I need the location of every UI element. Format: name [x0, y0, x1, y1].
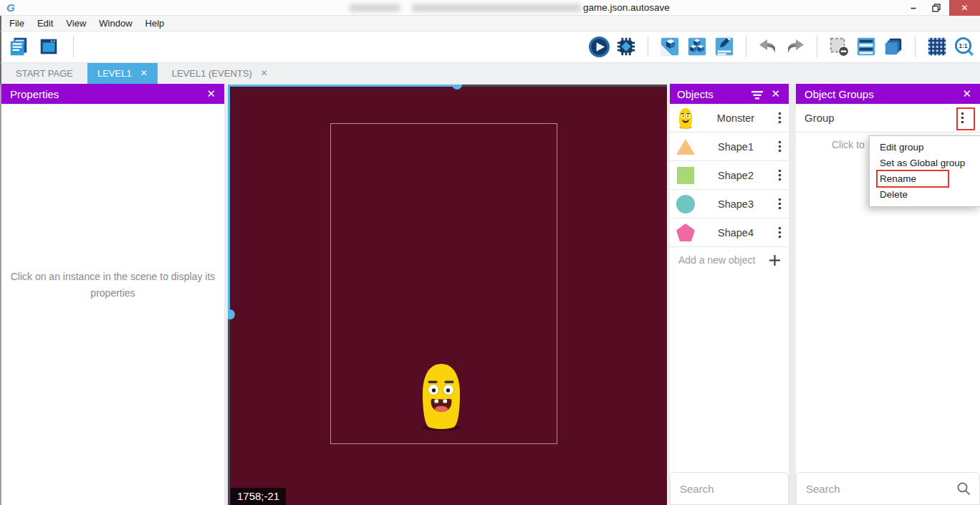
redo-button[interactable] — [784, 35, 807, 58]
tabbar: START PAGE LEVEL1 ✕ LEVEL1 (EVENTS) ✕ — [0, 63, 980, 84]
objects-panel-title: Objects — [677, 88, 714, 100]
groups-search-box — [796, 472, 980, 505]
object-name: Shape2 — [701, 170, 770, 181]
tab-close-icon[interactable]: ✕ — [140, 63, 148, 84]
menu-item-rename[interactable]: Rename — [870, 171, 980, 187]
window-resize-handle-top[interactable] — [452, 85, 462, 90]
object-row-shape3[interactable]: Shape3 — [670, 190, 789, 218]
blurred-title-segment — [350, 4, 400, 11]
zoom-original-button[interactable]: 1:1 — [953, 35, 976, 58]
debug-button[interactable] — [615, 35, 638, 58]
tab-level1[interactable]: LEVEL1 ✕ — [87, 63, 158, 84]
add-objects-button[interactable] — [686, 35, 708, 58]
plus-icon — [769, 255, 780, 266]
object-menu-kebab-icon[interactable] — [770, 112, 789, 124]
object-groups-panel: Object Groups ✕ Group Click to Edit grou… — [796, 84, 980, 505]
tab-label: LEVEL1 (EVENTS) — [172, 63, 252, 84]
tab-close-icon[interactable]: ✕ — [261, 63, 268, 84]
close-button[interactable]: ✕ — [949, 0, 980, 16]
toolbar: 1:1 — [0, 32, 980, 63]
group-context-menu: Edit group Set as Global group Rename De… — [869, 135, 980, 207]
layers-icon — [883, 36, 904, 57]
object-row-shape2[interactable]: Shape2 — [670, 161, 789, 190]
project-manager-icon — [8, 36, 29, 57]
objects-search-box — [670, 472, 789, 505]
object-groups-close-icon[interactable]: ✕ — [962, 84, 971, 104]
object-row-monster[interactable]: Monster — [670, 104, 789, 133]
groups-empty-hint: Click to — [832, 139, 865, 150]
menu-help[interactable]: Help — [139, 16, 171, 31]
groups-search-input[interactable] — [797, 483, 956, 495]
undo-icon — [756, 35, 779, 58]
object-menu-kebab-icon[interactable] — [770, 198, 789, 210]
pentagon-thumbnail-icon — [670, 223, 701, 242]
group-name: Group — [804, 112, 953, 124]
zoom-1-1-icon: 1:1 — [953, 36, 976, 58]
group-row[interactable]: Group — [796, 104, 980, 133]
restore-icon — [932, 4, 941, 12]
titlebar: G game.json.autosave – ✕ — [0, 0, 980, 16]
object-menu-kebab-icon[interactable] — [770, 140, 789, 153]
objects-close-icon[interactable]: ✕ — [771, 84, 780, 104]
object-menu-kebab-icon[interactable] — [770, 226, 789, 239]
tab-start-page[interactable]: START PAGE — [1, 63, 87, 84]
scene-window-border-left-lower — [228, 314, 230, 505]
properties-panel: Properties ✕ Click on an instance in the… — [0, 84, 224, 505]
window-resize-handle-left[interactable] — [228, 309, 235, 319]
add-new-object-button[interactable]: Add a new object — [670, 247, 789, 273]
menu-item-edit-group[interactable]: Edit group — [870, 140, 980, 155]
properties-empty-message: Click on an instance in the scene to dis… — [1, 269, 224, 302]
grid-button[interactable] — [926, 35, 948, 58]
scene-window-border-left — [228, 85, 230, 314]
grid-icon — [926, 36, 948, 57]
objects-panel: Objects ✕ — [670, 84, 789, 505]
menu-view[interactable]: View — [59, 16, 92, 31]
properties-close-icon[interactable]: ✕ — [206, 84, 216, 104]
object-groups-panel-title: Object Groups — [804, 88, 874, 100]
object-name: Monster — [701, 112, 770, 124]
menu-window[interactable]: Window — [92, 16, 138, 31]
instances-list-button[interactable] — [855, 35, 878, 58]
menu-item-set-global-group[interactable]: Set as Global group — [870, 155, 980, 171]
layers-button[interactable] — [882, 35, 905, 58]
object-name: Shape1 — [701, 141, 770, 153]
deselect-icon — [828, 36, 850, 57]
minimize-button[interactable]: – — [904, 0, 923, 16]
object-menu-kebab-icon[interactable] — [770, 169, 789, 181]
scene-canvas[interactable]: 1758;-21 — [228, 85, 667, 505]
gdevelop-window: G game.json.autosave – ✕ File Edit View … — [0, 0, 980, 505]
preview-play-button[interactable] — [587, 35, 610, 58]
monster-sprite[interactable] — [415, 361, 467, 431]
gdevelop-logo-icon: G — [6, 1, 19, 14]
circle-thumbnail-icon — [670, 194, 701, 214]
scene-window-border-top — [228, 85, 457, 87]
menu-edit[interactable]: Edit — [31, 16, 59, 31]
export-object-button[interactable] — [658, 35, 681, 58]
restore-button[interactable] — [927, 0, 946, 16]
properties-panel-title: Properties — [10, 88, 59, 100]
filter-icon[interactable] — [751, 90, 763, 102]
page-pencil-icon — [714, 36, 735, 57]
toolbar-separator — [648, 36, 648, 57]
redo-icon — [784, 35, 807, 58]
menu-item-delete[interactable]: Delete — [870, 187, 980, 203]
toolbar-separator — [817, 36, 817, 57]
page-cube-icon — [659, 36, 681, 57]
monster-thumbnail-icon — [670, 107, 701, 129]
menubar: File Edit View Window Help — [0, 16, 980, 32]
group-menu-kebab-icon[interactable] — [953, 112, 971, 124]
object-row-shape4[interactable]: Shape4 — [670, 218, 789, 247]
start-page-button[interactable] — [37, 35, 60, 58]
scene-window-border-top-right — [457, 85, 667, 87]
undo-button[interactable] — [756, 35, 779, 58]
main-area: Properties ✕ Click on an instance in the… — [0, 84, 980, 505]
svg-text:1:1: 1:1 — [959, 42, 967, 49]
clear-selection-button[interactable] — [827, 35, 850, 58]
tab-level1-events[interactable]: LEVEL1 (EVENTS) ✕ — [158, 63, 282, 84]
edit-scene-properties-button[interactable] — [713, 35, 736, 58]
object-row-shape1[interactable]: Shape1 — [670, 133, 789, 161]
menu-file[interactable]: File — [3, 16, 31, 31]
project-manager-button[interactable] — [7, 35, 30, 58]
play-icon — [588, 36, 610, 58]
toolbar-separator — [746, 36, 746, 57]
